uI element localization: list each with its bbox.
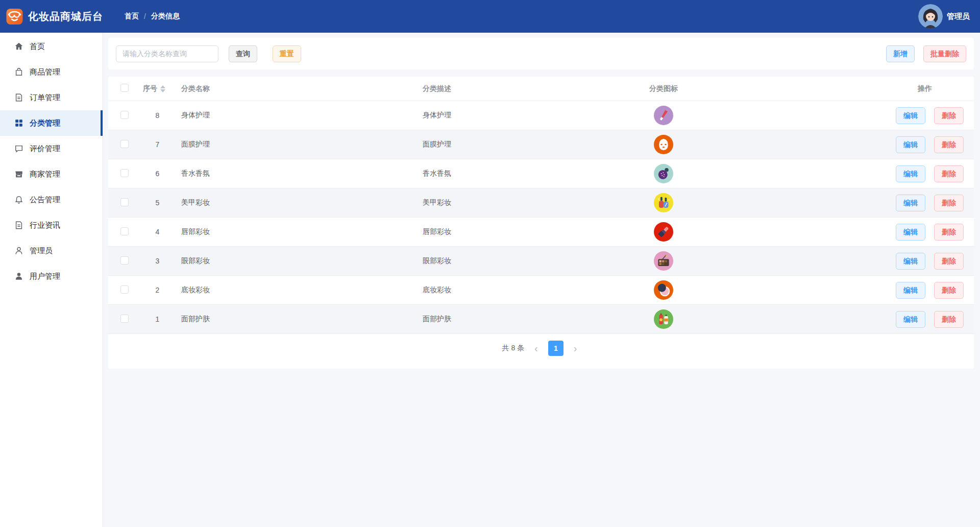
app-title: 化妆品商城后台	[28, 10, 103, 23]
row-category-desc: 面部护肤	[423, 315, 496, 324]
row-category-name: 面膜护理	[181, 140, 423, 149]
sidebar-item-merchants[interactable]: 商家管理	[0, 161, 103, 187]
face-mask-icon	[654, 135, 673, 154]
breadcrumb-separator: /	[144, 12, 146, 20]
row-category-desc: 底妆彩妆	[423, 285, 496, 295]
delete-button[interactable]: 删除	[934, 195, 964, 211]
delete-button[interactable]: 删除	[934, 165, 964, 182]
row-checkbox[interactable]	[120, 227, 129, 235]
sidebar-item-notices[interactable]: 公告管理	[0, 187, 103, 212]
prev-page-icon[interactable]: ‹	[531, 343, 541, 353]
sidebar-item-label: 行业资讯	[30, 221, 60, 230]
sidebar-nav: 首页 商品管理 订单管理 分类管理 评价管理 商家管理 公告管理	[0, 33, 103, 527]
page-number-button[interactable]: 1	[548, 341, 564, 356]
table-row: 3 眼部彩妆 眼部彩妆 编辑 删除	[108, 247, 974, 276]
row-seq: 1	[143, 315, 181, 323]
category-table: 序号 分类名称 分类描述 分类图标 操作 8 身体护理 身体护理 编辑 删除	[108, 77, 974, 369]
sort-caret-icon[interactable]	[160, 85, 165, 92]
table-row: 4 唇部彩妆 唇部彩妆 编辑 删除	[108, 218, 974, 247]
batch-delete-button[interactable]: 批量删除	[923, 45, 966, 62]
sidebar-item-label: 管理员	[30, 246, 53, 256]
sidebar-item-news[interactable]: 行业资讯	[0, 212, 103, 238]
table-row: 6 香水香氛 香水香氛 编辑 删除	[108, 159, 974, 188]
row-category-name: 唇部彩妆	[181, 227, 423, 236]
edit-button[interactable]: 编辑	[896, 136, 925, 153]
document-icon	[14, 93, 23, 102]
column-header-desc: 分类描述	[423, 84, 496, 93]
sidebar-item-admins[interactable]: 管理员	[0, 238, 103, 264]
edit-button[interactable]: 编辑	[896, 311, 925, 328]
grid-icon	[14, 118, 23, 128]
delete-button[interactable]: 删除	[934, 253, 964, 270]
edit-button[interactable]: 编辑	[896, 224, 925, 241]
row-checkbox[interactable]	[120, 285, 129, 294]
row-category-name: 面部护肤	[181, 315, 423, 324]
row-category-desc: 眼部彩妆	[423, 256, 496, 266]
column-header-seq: 序号	[143, 84, 157, 93]
row-checkbox[interactable]	[120, 140, 129, 148]
edit-button[interactable]: 编辑	[896, 165, 925, 182]
row-checkbox[interactable]	[120, 111, 129, 119]
row-checkbox[interactable]	[120, 256, 129, 265]
select-all-checkbox[interactable]	[120, 84, 129, 92]
person-icon	[14, 246, 23, 255]
home-icon	[14, 42, 23, 51]
table-row: 1 面部护肤 面部护肤 编辑 删除	[108, 305, 974, 334]
sidebar-item-label: 商品管理	[30, 67, 60, 77]
sidebar-item-reviews[interactable]: 评价管理	[0, 136, 103, 161]
lipstick-icon	[654, 222, 673, 242]
delete-button[interactable]: 删除	[934, 311, 964, 328]
row-category-desc: 面膜护理	[423, 140, 496, 149]
body-lotion-icon	[654, 106, 673, 125]
next-page-icon[interactable]: ›	[571, 343, 580, 353]
table-row: 5 美甲彩妆 美甲彩妆 编辑 删除	[108, 188, 974, 218]
row-seq: 7	[143, 140, 181, 149]
row-seq: 2	[143, 286, 181, 294]
table-body: 8 身体护理 身体护理 编辑 删除 7 面膜护理 面膜护理 编辑 删除	[108, 101, 974, 334]
delete-button[interactable]: 删除	[934, 136, 964, 153]
delete-button[interactable]: 删除	[934, 224, 964, 241]
row-checkbox[interactable]	[120, 198, 129, 206]
row-category-name: 底妆彩妆	[181, 285, 423, 295]
row-checkbox[interactable]	[120, 169, 129, 177]
edit-button[interactable]: 编辑	[896, 253, 925, 270]
reset-button[interactable]: 重置	[273, 45, 301, 62]
edit-button[interactable]: 编辑	[896, 195, 925, 211]
sidebar-item-products[interactable]: 商品管理	[0, 59, 103, 85]
edit-button[interactable]: 编辑	[896, 282, 925, 299]
row-category-desc: 身体护理	[423, 111, 496, 120]
table-row: 2 底妆彩妆 底妆彩妆 编辑 删除	[108, 276, 974, 305]
row-category-name: 眼部彩妆	[181, 256, 423, 266]
sidebar-item-orders[interactable]: 订单管理	[0, 85, 103, 110]
user-avatar[interactable]	[918, 4, 943, 29]
delete-button[interactable]: 删除	[934, 282, 964, 299]
bag-icon	[14, 67, 23, 77]
sidebar-item-label: 用户管理	[30, 272, 60, 281]
top-header: 化妆品商城后台 首页 / 分类信息 管理员	[0, 0, 980, 33]
bell-icon	[14, 195, 23, 204]
breadcrumb-home[interactable]: 首页	[125, 12, 139, 21]
nail-polish-icon	[654, 193, 673, 212]
row-seq: 4	[143, 228, 181, 236]
column-header-icon: 分类图标	[496, 84, 831, 93]
sidebar-item-label: 公告管理	[30, 195, 60, 205]
eyeshadow-icon	[654, 251, 673, 271]
row-seq: 8	[143, 111, 181, 119]
sidebar-item-categories[interactable]: 分类管理	[0, 110, 103, 136]
query-button[interactable]: 查询	[229, 45, 257, 62]
app-logo-icon	[6, 8, 23, 25]
pagination: 共 8 条 ‹ 1 ›	[108, 334, 974, 363]
row-category-desc: 唇部彩妆	[423, 227, 496, 236]
delete-button[interactable]: 删除	[934, 107, 964, 124]
column-header-name: 分类名称	[181, 84, 423, 93]
column-header-ops: 操作	[831, 84, 964, 93]
search-input[interactable]	[116, 45, 218, 62]
add-button[interactable]: 新增	[886, 45, 915, 62]
pagination-total: 共 8 条	[502, 344, 525, 353]
row-checkbox[interactable]	[120, 315, 129, 323]
toolbar: 查询 重置 新增 批量删除	[108, 38, 974, 69]
edit-button[interactable]: 编辑	[896, 107, 925, 124]
username-label[interactable]: 管理员	[947, 12, 970, 21]
sidebar-item-home[interactable]: 首页	[0, 34, 103, 59]
sidebar-item-users[interactable]: 用户管理	[0, 264, 103, 289]
